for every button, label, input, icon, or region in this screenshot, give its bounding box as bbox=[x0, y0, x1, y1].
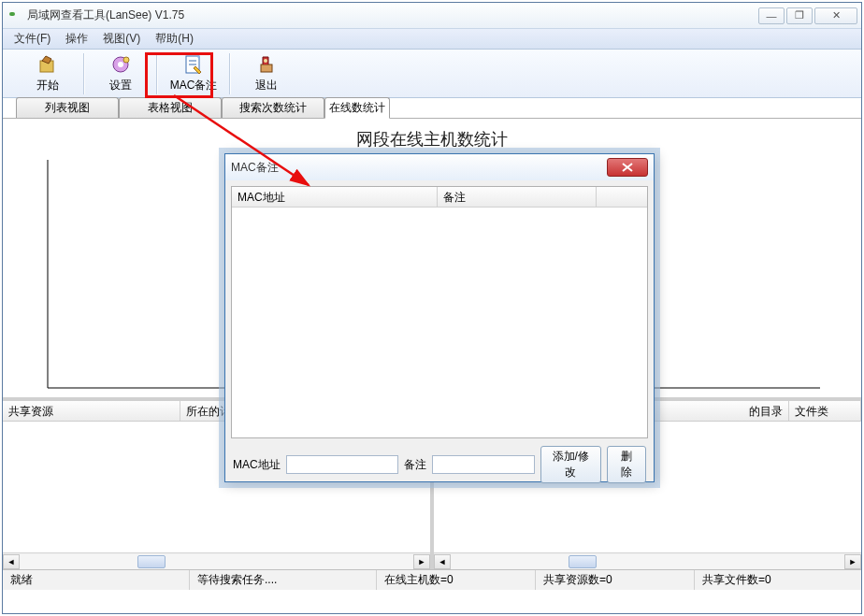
right-scrollbar[interactable]: ◄ ► bbox=[434, 552, 861, 569]
scroll-thumb[interactable] bbox=[137, 555, 166, 568]
note-icon bbox=[182, 53, 205, 76]
window-controls: — ❐ ✕ bbox=[758, 7, 857, 24]
right-col-2[interactable]: 文件类 bbox=[789, 401, 861, 421]
toolbar-mac-note-label: MAC备注 bbox=[170, 78, 218, 93]
left-col-1[interactable]: 共享资源 bbox=[3, 401, 180, 421]
dialog-list-header: MAC地址 备注 bbox=[232, 187, 647, 208]
scroll-left-icon[interactable]: ◄ bbox=[434, 554, 451, 569]
mac-note-dialog: MAC备注 MAC地址 备注 MAC地址 备注 添加/修改 删除 bbox=[224, 153, 655, 482]
tab-grid-view[interactable]: 表格视图 bbox=[119, 97, 222, 118]
dialog-col-note[interactable]: 备注 bbox=[438, 187, 597, 207]
minimize-button[interactable]: — bbox=[758, 7, 785, 24]
label-mac: MAC地址 bbox=[233, 457, 281, 473]
scroll-right-icon[interactable]: ► bbox=[413, 554, 430, 569]
svg-point-2 bbox=[118, 62, 123, 67]
status-shared-res: 共享资源数=0 bbox=[536, 570, 695, 590]
scroll-thumb[interactable] bbox=[569, 555, 597, 568]
status-ready: 就绪 bbox=[3, 570, 190, 590]
status-shared-files: 共享文件数=0 bbox=[695, 570, 861, 590]
note-input[interactable] bbox=[432, 455, 535, 474]
exit-icon bbox=[255, 53, 278, 76]
dialog-list: MAC地址 备注 bbox=[231, 186, 648, 438]
gear-icon bbox=[109, 53, 132, 76]
dialog-col-blank[interactable] bbox=[597, 187, 647, 207]
statusbar: 就绪 等待搜索任务.... 在线主机数=0 共享资源数=0 共享文件数=0 bbox=[3, 569, 861, 590]
svg-point-8 bbox=[264, 59, 267, 63]
tabs-row: 列表视图 表格视图 搜索次数统计 在线数统计 bbox=[3, 98, 861, 119]
toolbar-exit-label: 退出 bbox=[255, 78, 278, 93]
app-icon bbox=[7, 8, 22, 23]
window-title: 局域网查看工具(LanSee) V1.75 bbox=[27, 7, 758, 23]
toolbar-separator bbox=[229, 53, 231, 94]
toolbar-settings[interactable]: 设置 bbox=[93, 51, 149, 96]
svg-rect-7 bbox=[261, 64, 272, 72]
toolbar-start-label: 开始 bbox=[36, 78, 59, 93]
scroll-right-icon[interactable]: ► bbox=[844, 554, 861, 569]
mac-input[interactable] bbox=[286, 455, 398, 474]
dialog-close-button[interactable] bbox=[607, 158, 648, 177]
dialog-body: MAC地址 备注 MAC地址 备注 添加/修改 删除 bbox=[225, 180, 654, 489]
menubar: 文件(F) 操作 视图(V) 帮助(H) bbox=[3, 29, 861, 50]
restore-button[interactable]: ❐ bbox=[786, 7, 813, 24]
scroll-left-icon[interactable]: ◄ bbox=[3, 554, 20, 569]
titlebar: 局域网查看工具(LanSee) V1.75 — ❐ ✕ bbox=[3, 3, 861, 29]
tab-online-stats[interactable]: 在线数统计 bbox=[324, 97, 390, 119]
toolbar-exit[interactable]: 退出 bbox=[238, 51, 295, 96]
dialog-col-mac[interactable]: MAC地址 bbox=[232, 187, 438, 207]
toolbar-start[interactable]: 开始 bbox=[20, 51, 76, 96]
delete-button[interactable]: 删除 bbox=[607, 446, 646, 483]
dialog-titlebar[interactable]: MAC备注 bbox=[225, 154, 654, 180]
left-scrollbar[interactable]: ◄ ► bbox=[3, 552, 430, 569]
toolbar-settings-label: 设置 bbox=[109, 78, 132, 93]
dialog-title: MAC备注 bbox=[231, 160, 607, 176]
status-online: 在线主机数=0 bbox=[377, 570, 536, 590]
menu-operate[interactable]: 操作 bbox=[58, 29, 95, 49]
scroll-track[interactable] bbox=[20, 554, 413, 569]
menu-view[interactable]: 视图(V) bbox=[95, 29, 148, 49]
toolbar-separator bbox=[156, 53, 158, 94]
status-waiting: 等待搜索任务.... bbox=[190, 570, 377, 590]
svg-point-3 bbox=[123, 57, 129, 63]
dialog-bottom-row: MAC地址 备注 添加/修改 删除 bbox=[231, 438, 648, 483]
scroll-track[interactable] bbox=[451, 554, 844, 569]
menu-file[interactable]: 文件(F) bbox=[7, 29, 58, 49]
label-note: 备注 bbox=[404, 457, 426, 473]
add-modify-button[interactable]: 添加/修改 bbox=[540, 446, 601, 483]
close-button[interactable]: ✕ bbox=[814, 7, 857, 24]
close-icon bbox=[622, 163, 633, 172]
tab-search-stats[interactable]: 搜索次数统计 bbox=[222, 97, 324, 118]
toolbar-mac-note[interactable]: MAC备注 bbox=[166, 51, 222, 96]
toolbar: 开始 设置 MAC备注 退出 bbox=[3, 50, 861, 98]
tab-list-view[interactable]: 列表视图 bbox=[16, 97, 119, 118]
toolbar-separator bbox=[83, 53, 85, 94]
start-icon bbox=[36, 53, 59, 76]
menu-help[interactable]: 帮助(H) bbox=[148, 29, 201, 49]
